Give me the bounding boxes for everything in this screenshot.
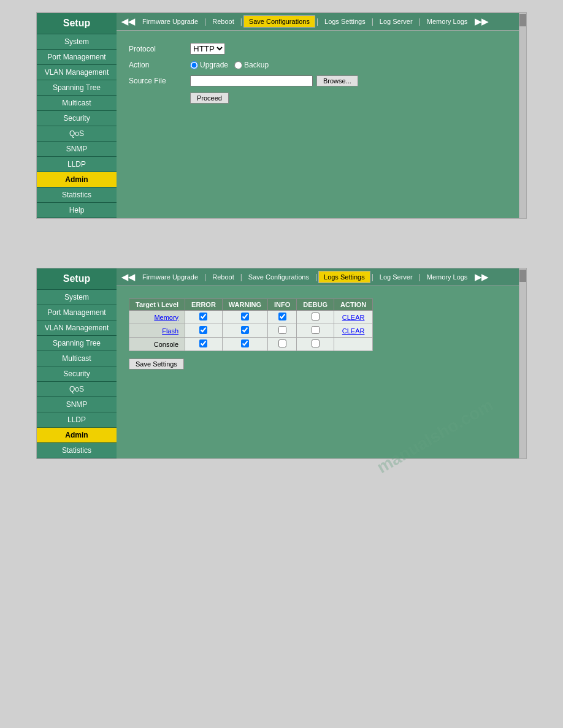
warning-console-checkbox[interactable]	[241, 339, 249, 347]
tab-next-btn2[interactable]: ▶▶	[472, 272, 491, 282]
error-flash	[185, 324, 223, 338]
debug-flash-checkbox[interactable]	[312, 326, 320, 334]
sidebar-item-spanning-tree[interactable]: Spanning Tree	[37, 80, 117, 96]
action-console	[334, 338, 373, 351]
protocol-select[interactable]: HTTP TFTP	[190, 43, 225, 55]
action-backup-radio[interactable]	[234, 61, 242, 69]
tab-save-configurations1[interactable]: Save Configurations	[243, 15, 315, 28]
scrollbar2[interactable]	[519, 268, 526, 458]
table-header-row: Target \ Level ERROR WARNING INFO DEBUG …	[129, 299, 373, 311]
sidebar-item-system[interactable]: System	[37, 34, 117, 50]
source-file-input[interactable]	[190, 75, 313, 86]
action-backup-text: Backup	[244, 61, 269, 69]
action-row: Action Upgrade Backup	[129, 61, 507, 69]
source-file-row: Source File Browse...	[129, 75, 507, 86]
sidebar2-item-security[interactable]: Security	[37, 366, 117, 382]
sidebar-item-snmp[interactable]: SNMP	[37, 142, 117, 157]
target-memory: Memory	[129, 311, 185, 324]
sidebar2-item-multicast[interactable]: Multicast	[37, 351, 117, 366]
panel2: Setup System Port Management VLAN Manage…	[36, 268, 527, 459]
sidebar2-item-port-management[interactable]: Port Management	[37, 305, 117, 320]
info-memory-checkbox[interactable]	[278, 313, 286, 320]
content-area2: Target \ Level ERROR WARNING INFO DEBUG …	[117, 286, 519, 458]
warning-memory	[222, 311, 267, 324]
sidebar-item-security[interactable]: Security	[37, 111, 117, 126]
tab-memory-logs2[interactable]: Memory Logs	[422, 271, 473, 282]
warning-console	[222, 338, 267, 351]
scroll-thumb1	[519, 14, 526, 26]
tab-log-server2[interactable]: Log Server	[375, 271, 418, 282]
col-info: INFO	[268, 299, 297, 311]
proceed-row: Proceed	[190, 93, 507, 104]
tab-save-configurations2[interactable]: Save Configurations	[243, 271, 314, 282]
error-memory-checkbox[interactable]	[199, 313, 207, 320]
warning-memory-checkbox[interactable]	[241, 313, 249, 320]
scrollbar1[interactable]	[519, 13, 526, 218]
tab-next-btn1[interactable]: ▶▶	[472, 17, 491, 26]
panel2-wrapper: Setup System Port Management VLAN Manage…	[33, 268, 530, 483]
flash-link[interactable]: Flash	[162, 327, 178, 335]
tab-firmware-upgrade1[interactable]: Firmware Upgrade	[137, 16, 203, 27]
error-flash-checkbox[interactable]	[199, 326, 207, 334]
panel1-wrapper: Setup System Port Management VLAN Manage…	[33, 12, 530, 243]
sidebar1: Setup System Port Management VLAN Manage…	[37, 13, 117, 218]
sidebar2-item-qos[interactable]: QoS	[37, 382, 117, 397]
sidebar-item-port-management[interactable]: Port Management	[37, 50, 117, 65]
info-console-checkbox[interactable]	[278, 339, 286, 347]
error-console-checkbox[interactable]	[199, 339, 207, 347]
sidebar-item-statistics[interactable]: Statistics	[37, 188, 117, 203]
sidebar2-item-admin[interactable]: Admin	[37, 428, 117, 443]
sidebar2-item-lldp[interactable]: LLDP	[37, 412, 117, 428]
sidebar2-item-spanning-tree[interactable]: Spanning Tree	[37, 336, 117, 351]
memory-link[interactable]: Memory	[154, 314, 178, 321]
sidebar-item-vlan-management[interactable]: VLAN Management	[37, 65, 117, 80]
tab-logs-settings2[interactable]: Logs Settings	[318, 271, 370, 283]
tab-prev-btn1[interactable]: ◀◀	[119, 17, 137, 26]
tab-reboot2[interactable]: Reboot	[207, 271, 239, 282]
action-upgrade-radio[interactable]	[190, 61, 198, 69]
info-flash-checkbox[interactable]	[278, 326, 286, 334]
debug-console-checkbox[interactable]	[312, 339, 320, 347]
tab-firmware-upgrade2[interactable]: Firmware Upgrade	[137, 271, 203, 282]
tab-bar2: ◀◀ Firmware Upgrade | Reboot | Save Conf…	[117, 268, 519, 286]
action-backup-label: Backup	[234, 61, 269, 69]
main-content1: ◀◀ Firmware Upgrade | Reboot | Save Conf…	[117, 13, 519, 218]
info-flash	[268, 324, 297, 338]
debug-flash	[297, 324, 334, 338]
sidebar-item-lldp[interactable]: LLDP	[37, 157, 117, 172]
tab-logs-settings1[interactable]: Logs Settings	[320, 16, 370, 27]
sidebar-item-multicast[interactable]: Multicast	[37, 96, 117, 111]
info-memory	[268, 311, 297, 324]
proceed-button[interactable]: Proceed	[190, 93, 229, 104]
protocol-row: Protocol HTTP TFTP	[129, 43, 507, 55]
browse-button[interactable]: Browse...	[316, 75, 358, 86]
clear-memory-link[interactable]: CLEAR	[342, 314, 365, 321]
main-content2: ◀◀ Firmware Upgrade | Reboot | Save Conf…	[117, 268, 519, 458]
save-settings-button[interactable]: Save Settings	[129, 358, 184, 370]
tab-memory-logs1[interactable]: Memory Logs	[422, 16, 473, 27]
clear-flash-link[interactable]: CLEAR	[342, 327, 365, 335]
scroll-thumb2	[519, 270, 526, 282]
sidebar2-title: Setup	[37, 268, 117, 290]
tab-prev-btn2[interactable]: ◀◀	[119, 272, 137, 282]
warning-flash-checkbox[interactable]	[241, 326, 249, 334]
action-memory: CLEAR	[334, 311, 373, 324]
sidebar1-title: Setup	[37, 13, 117, 34]
sidebar2-item-vlan-management[interactable]: VLAN Management	[37, 320, 117, 336]
sidebar-item-qos[interactable]: QoS	[37, 126, 117, 142]
tab-reboot1[interactable]: Reboot	[207, 16, 239, 27]
debug-memory-checkbox[interactable]	[312, 313, 320, 320]
sidebar-item-admin[interactable]: Admin	[37, 172, 117, 188]
sidebar2-item-system[interactable]: System	[37, 290, 117, 305]
sidebar-item-help[interactable]: Help	[37, 203, 117, 218]
col-debug: DEBUG	[297, 299, 334, 311]
sidebar2-item-statistics[interactable]: Statistics	[37, 443, 117, 458]
col-error: ERROR	[185, 299, 223, 311]
table-row-memory: Memory CLEAR	[129, 311, 373, 324]
tab-bar1: ◀◀ Firmware Upgrade | Reboot | Save Conf…	[117, 13, 519, 31]
sidebar2-item-snmp[interactable]: SNMP	[37, 397, 117, 412]
action-flash: CLEAR	[334, 324, 373, 338]
source-file-control: Browse...	[190, 75, 358, 86]
tab-log-server1[interactable]: Log Server	[375, 16, 418, 27]
action-upgrade-label: Upgrade	[190, 61, 228, 69]
